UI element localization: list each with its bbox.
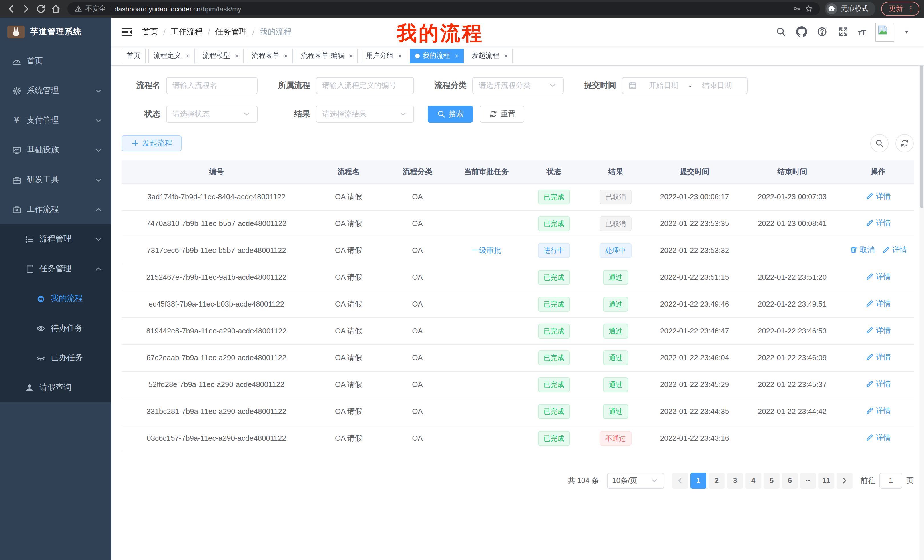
sidebar-item-payment[interactable]: ¥支付管理 [0,106,111,135]
monitor-icon [11,145,22,155]
page-scrollbar[interactable] [920,18,924,560]
tab-流程表单-编辑[interactable]: 流程表单-编辑× [296,48,358,63]
page-button-1[interactable]: 1 [690,472,706,488]
sidebar-item-todo-tasks[interactable]: 待办任务 [0,313,111,343]
tab-首页[interactable]: 首页 [122,48,146,63]
avatar[interactable] [876,22,894,41]
detail-link[interactable]: 详情 [866,433,891,443]
sidebar-item-my-process[interactable]: 我的流程 [0,284,111,313]
password-key-icon[interactable] [793,5,801,13]
cell-status: 已完成 [524,183,584,210]
bookmark-star-icon[interactable] [805,5,813,13]
sidebar-item-label: 请假查询 [39,382,104,393]
sidebar-item-home[interactable]: 首页 [0,46,111,76]
security-status[interactable]: 不安全 [74,4,106,14]
sidebar-item-infra[interactable]: 基础设施 [0,135,111,165]
sidebar-item-workflow[interactable]: 工作流程 [0,195,111,225]
sidebar-item-devtools[interactable]: 研发工具 [0,165,111,195]
search-button[interactable]: 搜索 [428,106,472,123]
tab-close-icon[interactable]: × [504,52,508,60]
category-select[interactable]: 请选择流程分类 [472,77,564,94]
page-button-11[interactable]: 11 [818,472,834,488]
page-button-3[interactable]: 3 [727,472,743,488]
tab-close-icon[interactable]: × [284,52,288,60]
sidebar-collapse-icon[interactable] [120,26,133,38]
process-def-input[interactable]: 请输入流程定义的编号 [316,77,414,94]
detail-link[interactable]: 详情 [866,406,891,416]
tab-用户分组[interactable]: 用户分组× [361,48,407,63]
tab-流程表单[interactable]: 流程表单× [247,48,293,63]
show-search-button[interactable] [870,134,889,153]
current-task-link[interactable]: 一级审批 [471,246,501,254]
detail-link[interactable]: 详情 [866,352,891,362]
tab-我的流程[interactable]: 我的流程× [410,48,464,63]
tab-close-icon[interactable]: × [235,52,239,60]
cell-category: OA [386,371,449,398]
process-name-input[interactable]: 请输入流程名 [166,77,258,94]
sidebar-item-system[interactable]: 系统管理 [0,76,111,106]
breadcrumb-item[interactable]: 任务管理 [215,27,247,37]
tab-close-icon[interactable]: × [398,52,402,60]
flow-icon [24,264,34,274]
sidebar-item-done-tasks[interactable]: 已办任务 [0,343,111,373]
github-icon[interactable] [796,27,807,37]
help-icon[interactable] [817,27,828,37]
tab-流程定义[interactable]: 流程定义× [148,48,195,63]
detail-link[interactable]: 详情 [866,325,891,335]
page-button-5[interactable]: 5 [764,472,780,488]
page-button-2[interactable]: 2 [709,472,725,488]
detail-link[interactable]: 详情 [866,298,891,308]
breadcrumb-item[interactable]: 工作流程 [171,27,203,37]
sidebar-item-label: 首页 [27,56,104,66]
edit-icon [866,380,874,388]
page-button-6[interactable]: 6 [782,472,798,488]
page-button-4[interactable]: 4 [745,472,761,488]
avatar-caret-down-icon[interactable]: ▼ [904,29,909,35]
table-header: 编号流程名流程分类当前审批任务状态结果提交时间结束时间操作 [122,160,914,183]
cell-actions: 详情 [842,398,914,425]
forward-icon[interactable] [20,2,33,16]
detail-link[interactable]: 详情 [866,218,891,228]
fullscreen-icon[interactable] [837,27,848,37]
result-select[interactable]: 请选择流结果 [316,106,414,123]
status-select[interactable]: 请选择状态 [166,106,258,123]
sidebar-item-leave-query[interactable]: 请假查询 [0,373,111,403]
detail-link[interactable]: 详情 [882,245,907,255]
refresh-table-button[interactable] [896,134,914,153]
search-icon[interactable] [776,27,786,37]
browser-update-button[interactable]: 更新 [881,2,920,16]
address-bar[interactable]: 不安全 dashboard.yudao.iocoder.cn/bpm/task/… [68,2,820,15]
cell-actions: 详情 [842,210,914,237]
page-size-select[interactable]: 10条/页 [607,472,664,488]
column-header: 状态 [524,160,584,183]
tab-发起流程[interactable]: 发起流程× [466,48,513,63]
sidebar-item-process-mgmt[interactable]: 流程管理 [0,225,111,254]
sidebar-item-task-mgmt[interactable]: 任务管理 [0,254,111,284]
detail-link[interactable]: 详情 [866,191,891,201]
tab-close-icon[interactable]: × [454,52,459,60]
app-logo[interactable]: 芋道管理系统 [0,18,111,46]
detail-link[interactable]: 详情 [866,271,891,282]
create-process-button[interactable]: 发起流程 [122,135,182,151]
page-next-button[interactable] [837,472,853,488]
page-prev-button[interactable] [672,472,688,488]
tab-close-icon[interactable]: × [186,52,190,60]
kebab-menu-icon[interactable] [907,5,915,13]
tab-流程模型[interactable]: 流程模型× [198,48,244,63]
detail-link[interactable]: 详情 [866,379,891,389]
home-icon[interactable] [49,2,63,16]
breadcrumb-item[interactable]: 首页 [142,27,158,37]
reload-icon[interactable] [34,2,48,16]
reset-button[interactable]: 重置 [479,106,524,123]
cell-current-task [449,264,524,290]
font-size-icon[interactable]: TT [858,27,866,37]
cancel-link[interactable]: 取消 [849,245,874,255]
submit-time-range-picker[interactable]: 开始日期 - 结束日期 [622,77,747,94]
page-ellipsis[interactable]: ••• [800,472,816,488]
sidebar-item-label: 支付管理 [27,115,88,126]
tab-close-icon[interactable]: × [349,52,353,60]
cell-end-time [742,425,842,452]
cell-actions: 详情 [842,290,914,317]
back-icon[interactable] [4,2,18,16]
page-jump-input[interactable]: 1 [879,472,902,488]
